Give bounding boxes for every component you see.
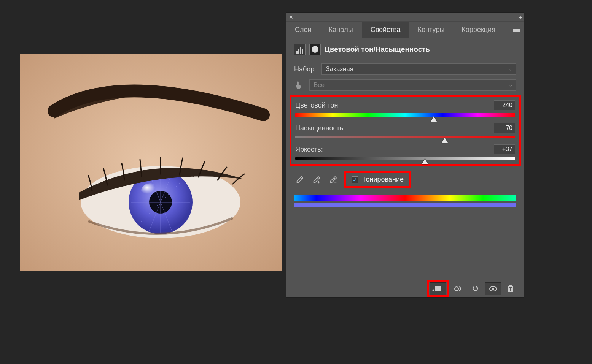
close-icon[interactable]: ✕ (289, 14, 293, 20)
targeted-adjust-icon[interactable] (294, 80, 304, 90)
colorize-label: Тонирование (362, 176, 404, 184)
lightness-value[interactable]: +37 (494, 144, 515, 154)
lightness-slider-group: Яркость: +37 (295, 144, 515, 160)
lightness-label: Яркость: (295, 146, 323, 154)
hue-label: Цветовой тон: (295, 101, 340, 109)
tab-paths[interactable]: Контуры (409, 22, 454, 38)
eye-image (20, 54, 282, 271)
tab-adjustments[interactable]: Коррекция (453, 22, 504, 38)
tab-properties[interactable]: Свойства (362, 22, 409, 38)
properties-body: Цветовой тон/Насыщенность Набор: Заказна… (286, 38, 524, 215)
tab-layers[interactable]: Слои (286, 22, 320, 38)
toggle-visibility-button[interactable] (485, 282, 501, 295)
hue-value[interactable]: 240 (494, 100, 515, 110)
tab-channels[interactable]: Каналы (320, 22, 362, 38)
preset-label: Набор: (294, 65, 316, 73)
layer-mask-icon[interactable] (309, 44, 321, 55)
preset-value: Заказная (326, 65, 353, 73)
hue-slider[interactable] (295, 113, 515, 117)
chevron-down-icon: ⌵ (509, 66, 512, 72)
clip-to-layer-button[interactable] (430, 282, 446, 295)
spectrum-bar-output (294, 203, 516, 207)
canvas-image[interactable] (20, 54, 282, 271)
view-previous-state-button[interactable] (450, 282, 466, 295)
saturation-value[interactable]: 70 (494, 123, 515, 133)
hue-slider-group: Цветовой тон: 240 (295, 100, 515, 117)
adjustment-header: Цветовой тон/Насыщенность (294, 44, 516, 55)
reset-button[interactable]: ↻ (468, 282, 484, 295)
panel-menu-icon[interactable] (509, 22, 524, 38)
eyedropper-add-icon[interactable] (311, 174, 322, 185)
panel-footer: ↻ (286, 280, 524, 297)
saturation-label: Насыщенность: (295, 124, 345, 132)
colorize-highlight-box: Тонирование (344, 171, 411, 188)
panel-tabs: Слои Каналы Свойства Контуры Коррекция (286, 22, 524, 38)
sliders-highlight-box: Цветовой тон: 240 Насыщенность: 70 Я (290, 95, 521, 166)
colorize-checkbox[interactable] (352, 176, 358, 183)
color-range-select[interactable]: Все ⌵ (309, 79, 516, 91)
svg-point-11 (455, 287, 458, 291)
svg-point-13 (492, 288, 494, 290)
svg-point-10 (141, 183, 161, 198)
chevron-down-icon: ⌵ (509, 82, 512, 88)
hue-slider-thumb[interactable] (431, 116, 437, 122)
panel-topbar: ✕ ◂◂ (286, 13, 524, 22)
clip-button-highlight (427, 280, 449, 297)
collapse-icon[interactable]: ◂◂ (519, 14, 522, 20)
lightness-slider[interactable] (295, 157, 515, 160)
lightness-slider-thumb[interactable] (422, 159, 428, 164)
properties-panel: ✕ ◂◂ Слои Каналы Свойства Контуры Коррек… (286, 12, 524, 298)
hue-sat-icon (294, 44, 306, 55)
saturation-slider-thumb[interactable] (442, 138, 448, 143)
spectrum-bar-input (294, 195, 516, 201)
preset-row: Набор: Заказная ⌵ (294, 63, 516, 75)
eyedropper-icon[interactable] (294, 174, 306, 185)
saturation-slider-group: Насыщенность: 70 (295, 123, 515, 138)
saturation-slider[interactable] (295, 136, 515, 138)
adjustment-title: Цветовой тон/Насыщенность (325, 45, 430, 54)
range-row: Все ⌵ (294, 79, 516, 91)
eyedropper-subtract-icon[interactable] (328, 174, 339, 185)
color-range-value: Все (314, 81, 325, 89)
preset-select[interactable]: Заказная ⌵ (321, 63, 516, 75)
delete-adjustment-button[interactable] (503, 282, 519, 295)
eyedropper-row: Тонирование (294, 171, 516, 188)
